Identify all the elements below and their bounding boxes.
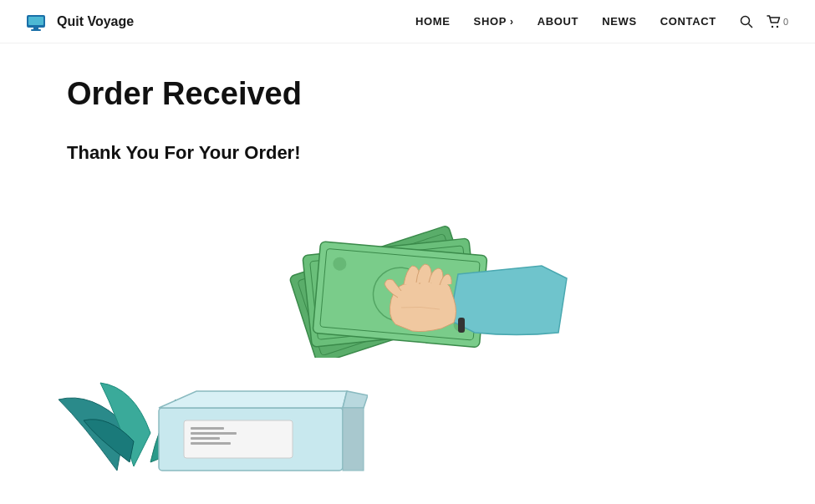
- cart-icon: [767, 15, 782, 28]
- nav-news[interactable]: NEWS: [602, 15, 637, 28]
- main-content: Order Received Thank You For Your Order!…: [0, 43, 815, 475]
- svg-rect-29: [191, 427, 224, 430]
- svg-point-7: [777, 25, 778, 27]
- svg-rect-31: [191, 437, 220, 440]
- nav-about[interactable]: ABOUT: [537, 15, 578, 28]
- main-nav: HOME SHOP ABOUT NEWS CONTACT 0: [415, 15, 788, 28]
- svg-rect-3: [31, 29, 41, 31]
- box-plant-illustration: [50, 341, 368, 475]
- svg-rect-30: [191, 432, 237, 435]
- search-icon: [740, 15, 753, 28]
- thank-you-heading: Thank You For Your Order!: [67, 142, 748, 164]
- cart-button[interactable]: 0: [767, 15, 788, 28]
- money-hand-illustration: $ $ $: [216, 191, 600, 358]
- page-title: Order Received: [67, 77, 748, 112]
- cart-count: 0: [783, 17, 788, 27]
- site-header: Quit Voyage HOME SHOP ABOUT NEWS CONTACT: [0, 0, 815, 43]
- logo-text: Quit Voyage: [57, 14, 134, 29]
- nav-shop[interactable]: SHOP: [474, 15, 514, 28]
- svg-rect-32: [191, 442, 231, 445]
- svg-point-6: [772, 25, 773, 27]
- svg-rect-33: [343, 408, 364, 471]
- svg-rect-1: [28, 17, 43, 25]
- nav-home[interactable]: HOME: [415, 15, 451, 28]
- nav-icons: 0: [740, 15, 788, 28]
- svg-line-5: [748, 23, 752, 28]
- nav-contact[interactable]: CONTACT: [660, 15, 716, 28]
- logo[interactable]: Quit Voyage: [27, 13, 134, 31]
- logo-icon: [27, 13, 50, 31]
- illustrations: $ $ $: [67, 191, 748, 475]
- svg-rect-26: [458, 318, 465, 333]
- svg-rect-2: [33, 28, 38, 29]
- svg-point-4: [741, 16, 749, 24]
- search-button[interactable]: [740, 15, 753, 28]
